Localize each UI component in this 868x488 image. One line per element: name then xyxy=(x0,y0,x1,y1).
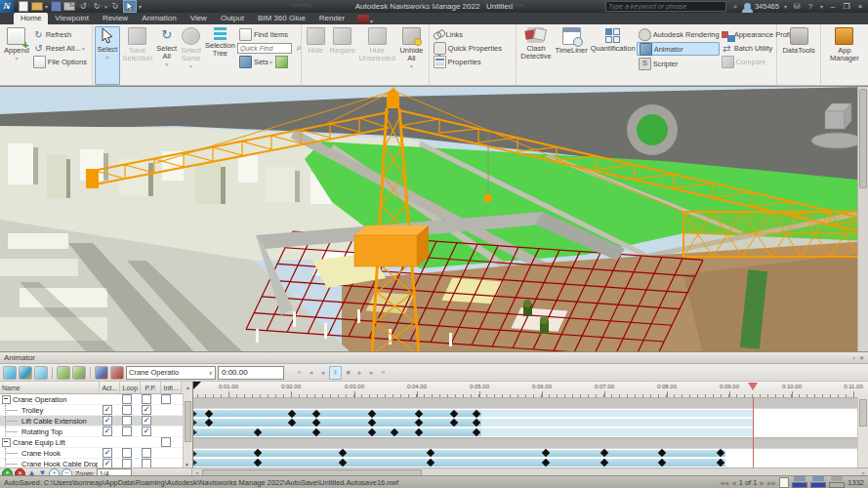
column-loop[interactable]: Loop xyxy=(120,382,141,393)
stop-button[interactable]: ■ xyxy=(343,367,353,379)
tab-view[interactable]: View xyxy=(184,13,214,24)
animator-timeline[interactable]: 0:01.000:02.000:03.000:04.000:05.000:06.… xyxy=(193,382,868,468)
store-cart-icon[interactable]: ⛁ xyxy=(792,2,802,12)
active-checkbox[interactable]: ✓ xyxy=(103,448,112,458)
translate-animation-set-icon[interactable] xyxy=(3,366,17,380)
change-color-icon[interactable] xyxy=(57,366,70,380)
column-name[interactable]: Name xyxy=(0,382,100,393)
collapse-icon[interactable] xyxy=(2,395,11,404)
group-label-tools[interactable]: Tools xyxy=(510,0,523,10)
active-checkbox[interactable]: ✓ xyxy=(103,427,112,436)
import-sets-icon[interactable] xyxy=(275,56,288,68)
tab-bim-360-glue[interactable]: BIM 360 Glue xyxy=(251,13,312,24)
app-manager-button[interactable]: App Manager xyxy=(823,26,866,85)
quick-properties-button[interactable]: Quick Properties xyxy=(432,42,502,54)
end-time-marker[interactable] xyxy=(748,383,758,390)
close-button[interactable]: × xyxy=(855,2,865,11)
animator-row-rotating-top[interactable]: Rotating Top✓✓ xyxy=(0,427,192,437)
links-button[interactable]: Links xyxy=(432,28,502,40)
qat-dropdown-icon[interactable]: ▾ xyxy=(45,3,48,10)
column-pp[interactable]: P.P. xyxy=(141,382,161,393)
timeline-animation-row[interactable] xyxy=(193,449,858,459)
user-id[interactable]: 345465 xyxy=(755,2,779,11)
last-sheet-icon[interactable]: ▶▶ xyxy=(767,479,776,486)
animator-row-crane-equip-lift[interactable]: Crane Equip Lift xyxy=(0,437,192,448)
find-items-button[interactable]: Find Items xyxy=(237,28,307,40)
change-transparency-icon[interactable] xyxy=(72,366,86,380)
panel-options-icon[interactable]: ▾ xyxy=(852,354,855,361)
scale-animation-set-icon[interactable] xyxy=(34,366,48,380)
timeline-animation-row[interactable] xyxy=(193,418,858,427)
append-button[interactable]: Append▾ xyxy=(2,26,31,85)
viewport-3d-scene[interactable] xyxy=(0,86,868,353)
bim-docs-icon[interactable] xyxy=(357,15,369,23)
loop-checkbox[interactable] xyxy=(122,459,132,468)
column-active[interactable]: Act... xyxy=(100,382,120,393)
quantification-button[interactable]: Quantification xyxy=(590,26,637,85)
clash-detective-button[interactable]: Clash Detective xyxy=(518,26,553,85)
save-icon[interactable] xyxy=(50,1,62,12)
compare-button[interactable]: Compare xyxy=(720,56,799,67)
animator-row-crane-hook[interactable]: Crane Hook✓ xyxy=(0,448,192,459)
timeline-scene-row[interactable] xyxy=(193,437,858,449)
timeliner-button[interactable]: TimeLiner xyxy=(554,26,590,85)
selection-tree-button[interactable]: Selection Tree xyxy=(203,26,237,85)
require-button[interactable]: Require xyxy=(328,26,357,85)
play-backwards-button[interactable]: ◂ xyxy=(317,367,328,379)
select-button[interactable]: Select▾ xyxy=(95,26,121,85)
quick-find-input[interactable] xyxy=(237,43,292,54)
play-button[interactable]: ▸ xyxy=(354,367,365,379)
hide-unselected-button[interactable]: Hide Unselected xyxy=(357,26,396,85)
timeline-animation-row[interactable] xyxy=(193,458,858,468)
pp-checkbox[interactable] xyxy=(142,459,151,468)
panel-close-icon[interactable]: × xyxy=(859,353,864,362)
hide-button[interactable]: Hide xyxy=(304,26,328,85)
group-label-visibility[interactable]: Visibility xyxy=(291,0,312,10)
tree-scroll-down-icon[interactable]: ▼ xyxy=(185,462,189,468)
autodesk-rendering-button[interactable]: Autodesk Rendering xyxy=(637,28,720,40)
infinite-checkbox[interactable] xyxy=(161,394,171,404)
unhide-all-button[interactable]: Unhide All▾ xyxy=(396,26,426,85)
current-time-marker[interactable] xyxy=(193,382,201,389)
animator-row-crane-hook-cable-drop[interactable]: Crane Hook Cable Drop✓ xyxy=(0,459,192,468)
rewind-button[interactable]: « xyxy=(294,367,305,379)
user-avatar-icon[interactable] xyxy=(744,3,751,10)
tab-render[interactable]: Render xyxy=(312,13,351,24)
loop-checkbox[interactable] xyxy=(122,448,132,458)
refresh-button[interactable]: ↻Refresh xyxy=(31,28,87,40)
toggle-snapping-icon[interactable] xyxy=(110,366,124,380)
tab-home[interactable]: Home xyxy=(14,13,48,24)
tabs-more-icon[interactable]: ▾ xyxy=(370,18,373,24)
scene-selector-dropdown[interactable]: Crane Operatio∨ xyxy=(126,366,216,380)
collapse-icon[interactable] xyxy=(2,438,11,447)
user-dropdown-icon[interactable]: ▾ xyxy=(784,3,787,10)
restore-button[interactable]: ❒ xyxy=(842,2,851,11)
timeline-ruler[interactable]: 0:01.000:02.000:03.000:04.000:05.000:06.… xyxy=(193,382,868,398)
group-label-project[interactable]: Project ▾ xyxy=(0,0,12,10)
timeline-scene-row[interactable] xyxy=(193,397,858,409)
active-checkbox[interactable]: ✓ xyxy=(103,416,112,426)
viewport-scrollbar[interactable] xyxy=(857,87,868,353)
tree-scrollbar[interactable]: ▼ xyxy=(183,393,192,468)
first-sheet-icon[interactable]: ◀◀ xyxy=(720,479,728,486)
minimize-button[interactable]: – xyxy=(828,2,838,11)
sets-button[interactable]: Sets▾ xyxy=(237,56,307,67)
qat-more-icon[interactable]: ▾ xyxy=(139,3,142,10)
pp-checkbox[interactable] xyxy=(142,394,151,404)
loop-checkbox[interactable] xyxy=(122,427,132,436)
tab-viewpoint[interactable]: Viewpoint xyxy=(48,13,96,24)
loop-checkbox[interactable] xyxy=(122,394,132,404)
save-selection-button[interactable]: Save Selection xyxy=(120,26,154,85)
capture-keyframe-icon[interactable] xyxy=(95,366,108,380)
select-cursor-icon[interactable] xyxy=(123,0,137,13)
select-all-button[interactable]: ↻ Select All▾ xyxy=(154,26,179,85)
active-checkbox[interactable]: ✓ xyxy=(103,459,112,468)
tab-animation[interactable]: Animation xyxy=(135,13,184,24)
timeline-scrollbar[interactable] xyxy=(857,397,868,468)
next-sheet-icon[interactable]: ▶ xyxy=(760,479,765,486)
open-file-icon[interactable] xyxy=(31,1,43,12)
fast-forward-button[interactable]: » xyxy=(378,367,389,379)
animator-button[interactable]: Animator xyxy=(637,42,720,56)
select-same-button[interactable]: Select Same▾ xyxy=(179,26,203,85)
new-file-icon[interactable] xyxy=(18,1,29,12)
